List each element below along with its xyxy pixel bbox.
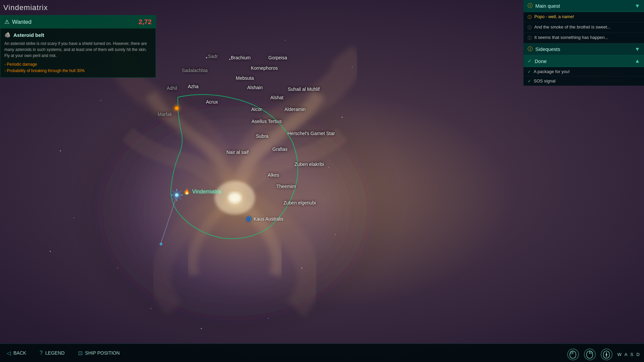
kaus-australis-label: 🌀 Kaus Australis xyxy=(246,216,283,222)
asteroid-title-text: Asteroid belt xyxy=(13,32,44,38)
mouse-left-icon xyxy=(567,349,579,360)
ship-position-button[interactable]: ⊡ SHIP POSITION xyxy=(78,350,120,356)
main-quest-header: ⓘ Main quest ▼ xyxy=(524,0,644,12)
dot-sadr xyxy=(206,57,207,58)
quest-icon-active: ⓘ xyxy=(528,14,532,20)
quest-icon-something: ⓘ xyxy=(528,35,532,41)
quest-icon-package: ✓ xyxy=(528,69,531,74)
sidequests-header[interactable]: ⓘ Sidequests ▼ xyxy=(524,43,644,55)
asteroid-title: 🪨 Asteroid belt xyxy=(4,32,152,38)
quest-panel: ⓘ Main quest ▼ ⓘ Popo - well, a name! ⓘ … xyxy=(523,0,644,86)
vindemiatrix-ship-label: 🔥 Vindemiatrix xyxy=(183,188,222,195)
main-quest-icon: ⓘ xyxy=(528,3,533,9)
wasd-display: W A S D xyxy=(618,352,641,357)
legend-button[interactable]: ? LEGEND xyxy=(40,350,64,356)
bottom-right-controls: W A S D xyxy=(567,349,641,360)
asteroid-warning-2: - Probability of breaking through the hu… xyxy=(4,68,152,74)
dot-gomeisa xyxy=(276,59,277,60)
ship-position-label: SHIP POSITION xyxy=(85,350,120,356)
done-check-icon: ✓ xyxy=(528,58,532,64)
svg-point-40 xyxy=(606,354,607,355)
back-button[interactable]: ◁ BACK xyxy=(7,350,26,356)
bottom-bar: ◁ BACK ? LEGEND ⊡ SHIP POSITION xyxy=(0,344,644,362)
quest-item-popo[interactable]: ⓘ Popo - well, a name! xyxy=(524,12,644,22)
wanted-value: 2,72 xyxy=(139,18,152,26)
sidequests-title: ⓘ Sidequests xyxy=(528,46,560,52)
system-title: Vindemiatrix xyxy=(3,3,48,12)
dot-brachium xyxy=(229,59,230,60)
vindemiatrix-text: Vindemiatrix xyxy=(192,189,222,195)
quest-item-sos[interactable]: ✓ SOS signal xyxy=(524,76,644,86)
sidequests-label: Sidequests xyxy=(535,46,560,52)
svg-point-21 xyxy=(175,193,178,197)
sidequests-expand-icon[interactable]: ▼ xyxy=(635,46,640,52)
quest-item-something[interactable]: ⓘ It seems that something has happen... xyxy=(524,33,644,43)
quest-label-package: A package for you! xyxy=(534,69,570,74)
ship-fire-icon: 🔥 xyxy=(183,188,190,195)
sidequests-icon: ⓘ xyxy=(528,46,533,52)
main-quest-title: ⓘ Main quest xyxy=(528,3,560,9)
mouse-right-icon xyxy=(584,349,596,360)
svg-rect-37 xyxy=(590,351,593,354)
done-header[interactable]: ✓ Done ▲ xyxy=(524,55,644,67)
wanted-panel: ⚠ Wanted 2,72 🪨 Asteroid belt An asteroi… xyxy=(0,15,156,78)
legend-label: LEGEND xyxy=(45,350,65,356)
wanted-header: ⚠ Wanted 2,72 xyxy=(0,15,156,28)
asteroid-panel: 🪨 Asteroid belt An asteroid strike is no… xyxy=(0,28,156,77)
quest-item-smoke[interactable]: ⓘ And the smoke of the brothel is sweet.… xyxy=(524,22,644,33)
kaus-icon: 🌀 xyxy=(246,216,252,222)
ship-marker xyxy=(170,188,183,203)
wanted-header-left: ⚠ Wanted xyxy=(4,18,32,25)
star-orange-1 xyxy=(175,106,179,110)
main-quest-expand-icon[interactable]: ▼ xyxy=(635,3,640,9)
back-label: BACK xyxy=(13,350,26,356)
quest-label-something: It seems that something has happen... xyxy=(534,35,608,40)
asteroid-description: An asteroid strike is not scary if you h… xyxy=(4,41,152,59)
wanted-label: Wanted xyxy=(12,19,32,25)
asteroid-icon: 🪨 xyxy=(4,32,11,38)
legend-icon: ? xyxy=(40,350,43,356)
quest-icon-smoke: ⓘ xyxy=(528,25,532,31)
wanted-icon: ⚠ xyxy=(4,18,9,25)
quest-label-sos: SOS signal xyxy=(534,78,555,83)
quest-label-smoke: And the smoke of the brothel is sweet... xyxy=(534,24,611,29)
quest-icon-sos: ✓ xyxy=(528,79,531,83)
done-label: Done xyxy=(535,58,547,64)
asteroid-warning-1: - Periodic damage xyxy=(4,61,152,68)
quest-label-popo: Popo - well, a name! xyxy=(534,14,574,19)
done-collapse-icon[interactable]: ▲ xyxy=(635,58,640,64)
done-title: ✓ Done xyxy=(528,58,547,64)
ship-position-icon: ⊡ xyxy=(78,350,83,356)
svg-rect-34 xyxy=(570,351,573,354)
kaus-text: Kaus Australis xyxy=(254,216,283,222)
mouse-scroll-icon xyxy=(601,349,612,360)
back-icon: ◁ xyxy=(7,350,11,356)
main-quest-label: Main quest xyxy=(535,3,560,9)
quest-item-package[interactable]: ✓ A package for you! xyxy=(524,67,644,76)
